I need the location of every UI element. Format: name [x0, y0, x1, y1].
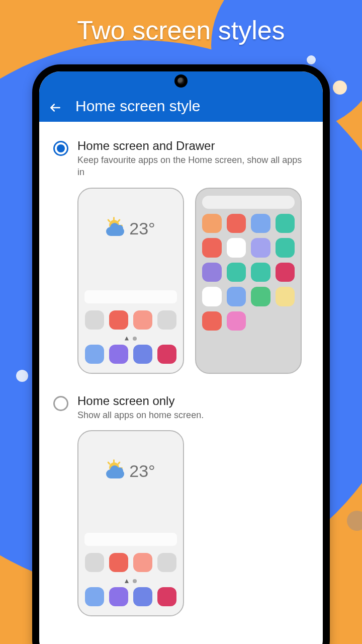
app-icon: [157, 345, 176, 364]
app-icon: [276, 238, 295, 258]
app-icon: [251, 287, 270, 306]
page-title: Home screen style: [75, 98, 200, 115]
page-indicator: [84, 337, 177, 341]
option-title: Home screen only: [77, 394, 204, 408]
app-icon: [157, 310, 176, 330]
phone-screen: Home screen style Home screen and Drawer…: [39, 71, 323, 644]
app-icon: [202, 214, 222, 233]
app-icon: [276, 214, 295, 233]
decor-dot: [307, 55, 316, 64]
app-row: [84, 553, 177, 572]
preview-home-screen: 23°: [77, 430, 184, 616]
app-icon: [227, 311, 246, 331]
search-bar-placeholder: [84, 533, 177, 546]
phone-camera: [174, 74, 188, 88]
option-home-and-drawer[interactable]: Home screen and Drawer Keep favourite ap…: [53, 139, 309, 179]
option-description: Show all apps on home screen.: [77, 409, 204, 421]
decor-dot: [16, 370, 28, 382]
app-icon: [202, 287, 222, 306]
drawer-search-bar: [202, 196, 295, 209]
app-icon: [109, 587, 128, 606]
search-bar-placeholder: [84, 290, 177, 303]
radio-selected-icon: [53, 141, 68, 156]
app-icon: [85, 553, 104, 572]
radio-unselected-icon: [53, 396, 68, 411]
app-icon: [85, 310, 104, 330]
phone-frame: Home screen style Home screen and Drawer…: [32, 64, 330, 644]
app-icon: [251, 238, 270, 258]
app-icon: [133, 310, 152, 330]
app-icon: [276, 287, 295, 306]
temperature-value: 23°: [129, 461, 155, 481]
drawer-grid: [202, 214, 295, 331]
dock-row: [84, 345, 177, 364]
app-icon: [251, 214, 270, 233]
option-title: Home screen and Drawer: [77, 139, 309, 153]
app-icon: [109, 310, 128, 330]
back-button[interactable]: [48, 101, 62, 115]
app-icon: [227, 238, 246, 258]
options-list: Home screen and Drawer Keep favourite ap…: [39, 122, 323, 644]
page-indicator: [84, 579, 177, 583]
decor-dot: [333, 80, 347, 95]
weather-widget: 23°: [84, 219, 177, 238]
weather-icon: [106, 220, 126, 237]
app-icon: [202, 311, 222, 331]
option-home-only[interactable]: Home screen only Show all apps on home s…: [53, 394, 309, 421]
decor-dot: [347, 511, 362, 531]
app-icon: [85, 587, 104, 606]
app-icon: [202, 238, 222, 258]
app-icon: [133, 345, 152, 364]
app-icon: [109, 553, 128, 572]
app-icon: [276, 263, 295, 282]
option-previews: 23°: [53, 188, 309, 374]
promo-backdrop: Two screen styles Home screen style Home…: [0, 0, 362, 644]
app-icon: [227, 263, 246, 282]
app-icon: [157, 553, 176, 572]
app-icon: [133, 553, 152, 572]
preview-app-drawer: [195, 188, 302, 374]
arrow-left-icon: [49, 101, 62, 114]
app-row: [84, 310, 177, 330]
temperature-value: 23°: [129, 219, 155, 238]
weather-widget: 23°: [84, 461, 177, 481]
app-icon: [251, 263, 270, 282]
app-icon: [157, 587, 176, 606]
preview-home-screen: 23°: [77, 188, 184, 374]
app-icon: [227, 214, 246, 233]
app-icon: [202, 263, 222, 282]
option-description: Keep favourite apps on the Home screen, …: [77, 154, 309, 179]
app-icon: [109, 345, 128, 364]
app-icon: [85, 345, 104, 364]
weather-icon: [106, 462, 126, 479]
app-icon: [227, 287, 246, 306]
app-icon: [133, 587, 152, 606]
promo-title: Two screen styles: [0, 15, 362, 45]
dock-row: [84, 587, 177, 606]
option-previews: 23°: [53, 430, 309, 616]
